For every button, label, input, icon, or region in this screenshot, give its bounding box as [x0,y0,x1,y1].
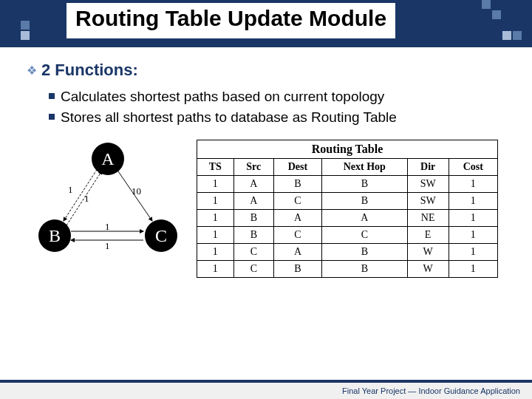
table-caption: Routing Table [197,140,498,158]
table-cell: E [407,227,449,244]
figure-row: A B C 1 1 1 1 10 Routing Table TS Src De… [27,140,505,278]
table-cell: B [233,227,273,244]
col-dest: Dest [273,159,321,176]
table-row: 1ABBSW1 [197,176,498,193]
table-cell: A [321,210,407,227]
table-cell: A [233,193,273,210]
table-cell: B [321,193,407,210]
table-cell: C [233,261,273,278]
decorative-squares-right [482,0,532,40]
table-cell: SW [407,176,449,193]
table-cell: SW [407,193,449,210]
table-cell: 1 [197,227,234,244]
table-cell: W [407,261,449,278]
table-cell: 1 [197,210,234,227]
table-cell: C [273,227,321,244]
list-item: Stores all shortest paths to database as… [49,108,505,127]
diamond-bullet-icon: ❖ [27,64,37,78]
footer-text: Final Year Project — Indoor Guidance App… [342,386,520,395]
col-nexthop: Next Hop [321,159,407,176]
table-cell: 1 [449,176,497,193]
col-ts: TS [197,159,234,176]
routing-table-wrap: Routing Table TS Src Dest Next Hop Dir C… [197,140,498,278]
table-cell: 1 [197,176,234,193]
table-row: 1BCCE1 [197,227,498,244]
decorative-squares-left [0,0,40,40]
table-row: 1ACBSW1 [197,193,498,210]
edge-weight-bc-bot: 1 [105,240,110,252]
table-cell: NE [407,210,449,227]
table-row: 1BAANE1 [197,210,498,227]
graph-node-c: C [145,219,177,252]
header-band: Routing Table Update Module [0,0,532,47]
col-cost: Cost [449,159,497,176]
table-cell: A [273,210,321,227]
table-cell: B [321,244,407,261]
table-cell: A [273,244,321,261]
col-src: Src [233,159,273,176]
edge-weight-bc-top: 1 [105,221,110,233]
topology-graph: A B C 1 1 1 1 10 [34,140,182,265]
table-cell: A [233,176,273,193]
edge-weight-ab1: 1 [68,184,73,196]
table-row: 1CBBW1 [197,261,498,278]
routing-table: TS Src Dest Next Hop Dir Cost 1ABBSW11AC… [197,158,498,278]
square-bullet-icon [49,93,55,99]
section-heading: ❖ 2 Functions: [27,61,505,80]
table-cell: 1 [449,193,497,210]
table-row: 1CABW1 [197,244,498,261]
table-cell: C [233,244,273,261]
table-cell: C [321,227,407,244]
table-cell: 1 [197,244,234,261]
graph-node-b: B [38,219,71,252]
table-header-row: TS Src Dest Next Hop Dir Cost [197,159,498,176]
list-item: Calculates shortest paths based on curre… [49,87,505,106]
table-cell: 1 [449,227,497,244]
content-area: ❖ 2 Functions: Calculates shortest paths… [0,47,532,278]
graph-node-a: A [92,143,124,175]
table-cell: 1 [197,193,234,210]
table-cell: 1 [197,261,234,278]
table-cell: 1 [449,261,497,278]
heading-text: 2 Functions: [41,61,138,80]
table-cell: B [273,261,321,278]
bullet-text: Calculates shortest paths based on curre… [61,87,384,106]
table-cell: B [321,261,407,278]
table-cell: B [233,210,273,227]
table-cell: C [273,193,321,210]
bullet-list: Calculates shortest paths based on curre… [49,87,505,126]
table-cell: W [407,244,449,261]
table-cell: B [273,176,321,193]
bullet-text: Stores all shortest paths to database as… [61,108,397,127]
edge-weight-ac: 10 [132,185,141,197]
table-cell: 1 [449,210,497,227]
col-dir: Dir [407,159,449,176]
slide-title: Routing Table Update Module [66,3,395,38]
edge-weight-ab2: 1 [84,193,89,205]
footer: Final Year Project — Indoor Guidance App… [0,380,532,399]
square-bullet-icon [49,114,55,120]
table-cell: B [321,176,407,193]
table-cell: 1 [449,244,497,261]
